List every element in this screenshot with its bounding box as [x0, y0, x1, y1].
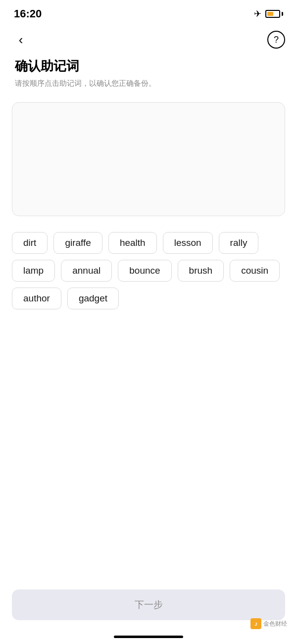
word-chip-lamp[interactable]: lamp: [12, 260, 55, 282]
back-button[interactable]: ‹: [12, 31, 30, 49]
status-time: 16:20: [14, 7, 42, 20]
help-button[interactable]: ?: [267, 31, 285, 49]
selection-area: [12, 102, 285, 216]
watermark-text: 金色财经: [263, 620, 287, 628]
word-chip-annual[interactable]: annual: [61, 260, 112, 282]
word-chip-giraffe[interactable]: giraffe: [53, 232, 102, 254]
word-chip-bounce[interactable]: bounce: [118, 260, 171, 282]
next-button[interactable]: 下一步: [12, 589, 285, 620]
watermark: J 金色财经: [250, 618, 287, 629]
nav-bar: ‹ ?: [0, 26, 297, 54]
word-chip-brush[interactable]: brush: [178, 260, 224, 282]
battery-fill: [267, 12, 273, 16]
word-chip-lesson[interactable]: lesson: [163, 232, 213, 254]
word-chip-cousin[interactable]: cousin: [230, 260, 280, 282]
battery-tip: [282, 12, 283, 16]
airplane-icon: ✈: [254, 8, 261, 19]
word-chip-author[interactable]: author: [12, 288, 61, 309]
word-chip-rally[interactable]: rally: [219, 232, 259, 254]
page-header: 确认助记词 请按顺序点击助记词，以确认您正确备份。: [0, 54, 297, 96]
status-bar: 16:20 ✈: [0, 0, 297, 26]
home-indicator: [114, 636, 183, 638]
status-icons: ✈: [254, 8, 283, 19]
word-pool: dirtgiraffehealthlessonrallylampannualbo…: [0, 226, 297, 319]
watermark-logo: J: [250, 618, 261, 629]
page-subtitle: 请按顺序点击助记词，以确认您正确备份。: [15, 78, 282, 88]
word-chip-dirt[interactable]: dirt: [12, 232, 48, 254]
page-title: 确认助记词: [15, 58, 282, 75]
word-chip-health[interactable]: health: [108, 232, 157, 254]
battery-icon: [265, 10, 283, 18]
battery-body: [265, 10, 280, 18]
word-chip-gadget[interactable]: gadget: [67, 288, 119, 309]
svg-text:J: J: [254, 622, 257, 627]
bottom-area: 下一步: [12, 589, 285, 620]
